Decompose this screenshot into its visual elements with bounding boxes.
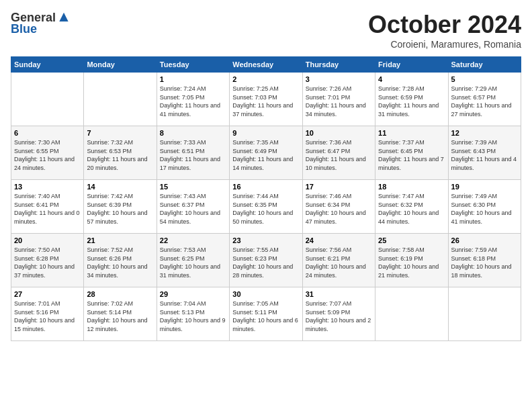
day-number: 28 xyxy=(87,290,153,298)
calendar-cell: 12Sunrise: 7:39 AM Sunset: 6:43 PM Dayli… xyxy=(448,126,521,180)
calendar-cell xyxy=(448,287,521,341)
calendar-cell: 30Sunrise: 7:05 AM Sunset: 5:11 PM Dayli… xyxy=(230,287,302,341)
logo-icon xyxy=(57,11,71,25)
title-section: October 2024 Coroieni, Maramures, Romani… xyxy=(368,11,521,50)
week-row-4: 20Sunrise: 7:50 AM Sunset: 6:28 PM Dayli… xyxy=(11,234,521,287)
day-info: Sunrise: 7:59 AM Sunset: 6:18 PM Dayligh… xyxy=(451,246,518,279)
week-row-2: 6Sunrise: 7:30 AM Sunset: 6:55 PM Daylig… xyxy=(11,126,521,180)
day-info: Sunrise: 7:02 AM Sunset: 5:14 PM Dayligh… xyxy=(87,300,153,333)
day-number: 23 xyxy=(232,236,299,244)
day-info: Sunrise: 7:49 AM Sunset: 6:30 PM Dayligh… xyxy=(451,192,518,226)
day-info: Sunrise: 7:01 AM Sunset: 5:16 PM Dayligh… xyxy=(14,300,81,333)
month-title: October 2024 xyxy=(368,11,521,39)
calendar-cell: 27Sunrise: 7:01 AM Sunset: 5:16 PM Dayli… xyxy=(11,287,84,341)
day-number: 16 xyxy=(232,183,299,191)
day-info: Sunrise: 7:39 AM Sunset: 6:43 PM Dayligh… xyxy=(451,138,518,172)
calendar-cell: 25Sunrise: 7:58 AM Sunset: 6:19 PM Dayli… xyxy=(375,234,448,287)
calendar-cell: 10Sunrise: 7:36 AM Sunset: 6:47 PM Dayli… xyxy=(302,126,375,180)
day-info: Sunrise: 7:32 AM Sunset: 6:53 PM Dayligh… xyxy=(87,138,153,172)
day-info: Sunrise: 7:44 AM Sunset: 6:35 PM Dayligh… xyxy=(232,192,299,226)
day-info: Sunrise: 7:05 AM Sunset: 5:11 PM Dayligh… xyxy=(232,300,299,333)
day-info: Sunrise: 7:42 AM Sunset: 6:39 PM Dayligh… xyxy=(87,192,153,226)
day-info: Sunrise: 7:47 AM Sunset: 6:32 PM Dayligh… xyxy=(378,192,445,226)
day-info: Sunrise: 7:50 AM Sunset: 6:28 PM Dayligh… xyxy=(14,246,81,279)
weekday-header-thursday: Thursday xyxy=(302,57,375,73)
day-info: Sunrise: 7:52 AM Sunset: 6:26 PM Dayligh… xyxy=(87,246,153,279)
day-number: 26 xyxy=(451,236,518,244)
week-row-3: 13Sunrise: 7:40 AM Sunset: 6:41 PM Dayli… xyxy=(11,180,521,234)
calendar-cell: 31Sunrise: 7:07 AM Sunset: 5:09 PM Dayli… xyxy=(302,287,375,341)
weekday-header-tuesday: Tuesday xyxy=(157,57,229,73)
day-number: 17 xyxy=(306,183,372,191)
calendar-cell: 18Sunrise: 7:47 AM Sunset: 6:32 PM Dayli… xyxy=(375,180,448,234)
day-info: Sunrise: 7:56 AM Sunset: 6:21 PM Dayligh… xyxy=(306,246,372,279)
day-info: Sunrise: 7:46 AM Sunset: 6:34 PM Dayligh… xyxy=(306,192,372,226)
day-number: 1 xyxy=(160,75,226,83)
day-number: 20 xyxy=(14,236,81,244)
day-number: 15 xyxy=(160,183,226,191)
calendar-cell: 16Sunrise: 7:44 AM Sunset: 6:35 PM Dayli… xyxy=(230,180,302,234)
calendar-table: SundayMondayTuesdayWednesdayThursdayFrid… xyxy=(11,56,521,341)
day-info: Sunrise: 7:24 AM Sunset: 7:05 PM Dayligh… xyxy=(160,85,226,118)
day-number: 31 xyxy=(306,290,372,298)
week-row-1: 1Sunrise: 7:24 AM Sunset: 7:05 PM Daylig… xyxy=(11,73,521,126)
weekday-header-row: SundayMondayTuesdayWednesdayThursdayFrid… xyxy=(11,57,521,73)
day-number: 27 xyxy=(14,290,81,298)
day-info: Sunrise: 7:26 AM Sunset: 7:01 PM Dayligh… xyxy=(306,85,372,118)
day-info: Sunrise: 7:36 AM Sunset: 6:47 PM Dayligh… xyxy=(306,138,372,172)
calendar-cell: 2Sunrise: 7:25 AM Sunset: 7:03 PM Daylig… xyxy=(230,73,302,126)
location-subtitle: Coroieni, Maramures, Romania xyxy=(368,39,521,50)
calendar-cell: 13Sunrise: 7:40 AM Sunset: 6:41 PM Dayli… xyxy=(11,180,84,234)
weekday-header-wednesday: Wednesday xyxy=(230,57,302,73)
calendar-cell: 8Sunrise: 7:33 AM Sunset: 6:51 PM Daylig… xyxy=(157,126,229,180)
calendar-cell xyxy=(84,73,157,126)
day-number: 18 xyxy=(378,183,445,191)
logo-blue: Blue xyxy=(11,22,37,36)
day-info: Sunrise: 7:35 AM Sunset: 6:49 PM Dayligh… xyxy=(232,138,299,172)
calendar-cell: 9Sunrise: 7:35 AM Sunset: 6:49 PM Daylig… xyxy=(230,126,302,180)
day-number: 19 xyxy=(451,183,518,191)
day-number: 4 xyxy=(378,75,445,83)
day-info: Sunrise: 7:40 AM Sunset: 6:41 PM Dayligh… xyxy=(14,192,81,226)
day-number: 13 xyxy=(14,183,81,191)
day-info: Sunrise: 7:25 AM Sunset: 7:03 PM Dayligh… xyxy=(232,85,299,118)
week-row-5: 27Sunrise: 7:01 AM Sunset: 5:16 PM Dayli… xyxy=(11,287,521,341)
day-info: Sunrise: 7:53 AM Sunset: 6:25 PM Dayligh… xyxy=(160,246,226,279)
day-info: Sunrise: 7:29 AM Sunset: 6:57 PM Dayligh… xyxy=(451,85,518,118)
calendar-cell: 4Sunrise: 7:28 AM Sunset: 6:59 PM Daylig… xyxy=(375,73,448,126)
calendar-cell: 21Sunrise: 7:52 AM Sunset: 6:26 PM Dayli… xyxy=(84,234,157,287)
day-number: 29 xyxy=(160,290,226,298)
day-number: 30 xyxy=(232,290,299,298)
weekday-header-friday: Friday xyxy=(375,57,448,73)
day-number: 5 xyxy=(451,75,518,83)
calendar-cell: 6Sunrise: 7:30 AM Sunset: 6:55 PM Daylig… xyxy=(11,126,84,180)
day-info: Sunrise: 7:33 AM Sunset: 6:51 PM Dayligh… xyxy=(160,138,226,172)
calendar-cell: 1Sunrise: 7:24 AM Sunset: 7:05 PM Daylig… xyxy=(157,73,229,126)
day-info: Sunrise: 7:04 AM Sunset: 5:13 PM Dayligh… xyxy=(160,300,226,333)
calendar-cell: 23Sunrise: 7:55 AM Sunset: 6:23 PM Dayli… xyxy=(230,234,302,287)
day-number: 9 xyxy=(232,129,299,137)
day-number: 11 xyxy=(378,129,445,137)
day-number: 8 xyxy=(160,129,226,137)
calendar-cell: 15Sunrise: 7:43 AM Sunset: 6:37 PM Dayli… xyxy=(157,180,229,234)
day-info: Sunrise: 7:37 AM Sunset: 6:45 PM Dayligh… xyxy=(378,138,445,172)
day-number: 2 xyxy=(232,75,299,83)
day-number: 14 xyxy=(87,183,153,191)
day-info: Sunrise: 7:07 AM Sunset: 5:09 PM Dayligh… xyxy=(306,300,372,333)
calendar-cell: 17Sunrise: 7:46 AM Sunset: 6:34 PM Dayli… xyxy=(302,180,375,234)
calendar-cell: 20Sunrise: 7:50 AM Sunset: 6:28 PM Dayli… xyxy=(11,234,84,287)
day-number: 10 xyxy=(306,129,372,137)
calendar-cell: 29Sunrise: 7:04 AM Sunset: 5:13 PM Dayli… xyxy=(157,287,229,341)
calendar-cell: 28Sunrise: 7:02 AM Sunset: 5:14 PM Dayli… xyxy=(84,287,157,341)
calendar-cell: 14Sunrise: 7:42 AM Sunset: 6:39 PM Dayli… xyxy=(84,180,157,234)
calendar-cell: 11Sunrise: 7:37 AM Sunset: 6:45 PM Dayli… xyxy=(375,126,448,180)
day-info: Sunrise: 7:30 AM Sunset: 6:55 PM Dayligh… xyxy=(14,138,81,172)
day-info: Sunrise: 7:28 AM Sunset: 6:59 PM Dayligh… xyxy=(378,85,445,118)
weekday-header-monday: Monday xyxy=(84,57,157,73)
calendar-cell: 24Sunrise: 7:56 AM Sunset: 6:21 PM Dayli… xyxy=(302,234,375,287)
day-number: 7 xyxy=(87,129,153,137)
calendar-cell xyxy=(11,73,84,126)
calendar-cell: 19Sunrise: 7:49 AM Sunset: 6:30 PM Dayli… xyxy=(448,180,521,234)
calendar-cell: 3Sunrise: 7:26 AM Sunset: 7:01 PM Daylig… xyxy=(302,73,375,126)
day-number: 3 xyxy=(306,75,372,83)
